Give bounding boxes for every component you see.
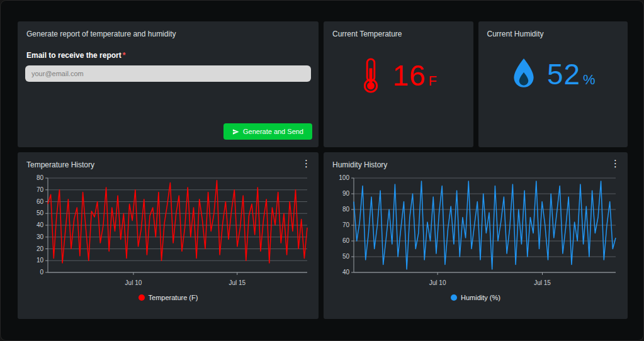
svg-text:50: 50 [37,210,44,216]
svg-text:80: 80 [342,206,350,213]
generate-and-send-button[interactable]: Generate and Send [223,123,312,140]
svg-text:70: 70 [342,221,350,228]
svg-text:60: 60 [37,198,44,205]
dashboard-frame: Generate report of temperature and humid… [0,0,644,341]
svg-text:30: 30 [37,233,44,240]
legend-dot [451,294,457,301]
kebab-menu-icon[interactable]: ⋮ [611,152,628,168]
required-asterisk: * [123,51,126,60]
svg-text:70: 70 [37,186,44,193]
dashboard-grid: Generate report of temperature and humid… [18,21,628,319]
email-field[interactable] [25,65,311,82]
water-droplet-icon [511,57,537,91]
temperature-chart-wrap: 01020304050607080Jul 10Jul 15 [18,169,319,291]
temperature-value: 16F [392,59,437,92]
svg-text:Jul 10: Jul 10 [125,279,142,286]
temperature-unit: F [429,73,437,89]
paper-plane-icon [232,128,239,135]
kebab-menu-icon[interactable]: ⋮ [302,152,319,168]
current-humidity-title: Current Humidity [478,21,628,38]
svg-text:80: 80 [37,174,44,181]
report-panel-title: Generate report of temperature and humid… [18,21,319,38]
temperature-history-header: Temperature History ⋮ [18,152,319,169]
humidity-unit: % [583,72,596,87]
send-button-label: Generate and Send [243,128,303,135]
temperature-legend[interactable]: Temperature (F) [18,294,319,301]
svg-text:40: 40 [342,269,350,276]
humidity-gauge: 52% [478,57,628,91]
svg-text:Jul 15: Jul 15 [534,279,551,286]
report-panel: Generate report of temperature and humid… [18,21,319,147]
current-temperature-panel: Current Temperature 16F [324,21,473,147]
svg-text:100: 100 [339,174,349,181]
legend-label: Humidity (%) [461,294,500,301]
temperature-history-chart: 01020304050607080Jul 10Jul 15 [25,174,311,289]
humidity-value: 52% [547,57,596,91]
humidity-history-panel: Humidity History ⋮ 405060708090100Jul 10… [324,152,628,319]
legend-label: Temperature (F) [149,294,198,301]
humidity-history-title: Humidity History [324,152,396,169]
svg-text:90: 90 [342,190,350,197]
svg-text:60: 60 [342,237,350,244]
humidity-legend[interactable]: Humidity (%) [324,294,628,301]
legend-dot [138,294,145,301]
temperature-history-title: Temperature History [18,152,103,169]
current-humidity-panel: Current Humidity 52% [478,21,628,147]
thermometer-icon [359,57,382,94]
temperature-history-panel: Temperature History ⋮ 01020304050607080J… [18,152,319,319]
svg-text:10: 10 [37,257,44,264]
email-label: Email to receive the report* [26,51,310,60]
svg-text:20: 20 [37,245,44,252]
current-temperature-title: Current Temperature [324,21,473,38]
svg-text:50: 50 [342,253,350,260]
humidity-history-chart: 405060708090100Jul 10Jul 15 [331,174,619,289]
svg-text:Jul 10: Jul 10 [429,279,446,286]
svg-text:40: 40 [37,221,44,228]
svg-text:Jul 15: Jul 15 [229,279,246,286]
humidity-history-header: Humidity History ⋮ [324,152,628,169]
humidity-chart-wrap: 405060708090100Jul 10Jul 15 [324,169,628,291]
svg-text:0: 0 [40,269,43,276]
temperature-gauge: 16F [324,57,473,94]
